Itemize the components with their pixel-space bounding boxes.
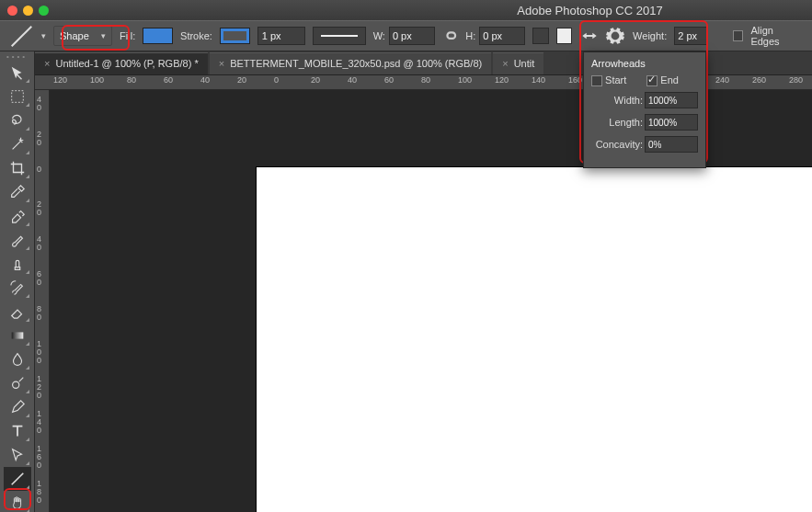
ruler-tick: 20 <box>37 200 41 217</box>
eraser-tool[interactable] <box>4 300 31 324</box>
svg-line-0 <box>12 26 32 46</box>
toolbox: •••• <box>0 51 35 512</box>
close-icon[interactable]: × <box>219 58 224 69</box>
path-align-icon[interactable] <box>556 28 572 44</box>
start-label: Start <box>605 74 626 85</box>
align-edges-label: Align Edges <box>750 25 803 47</box>
ruler-tick: 120 <box>37 375 41 400</box>
ruler-tick: 40 <box>37 235 41 252</box>
end-label: End <box>660 74 679 85</box>
ruler-tick: 100 <box>37 340 41 365</box>
close-icon[interactable]: × <box>44 58 50 69</box>
ruler-tick: 140 <box>532 75 545 85</box>
weight-input[interactable] <box>674 27 707 45</box>
path-select-tool[interactable] <box>4 443 31 467</box>
ruler-tick: 0 <box>37 165 41 174</box>
dodge-tool[interactable] <box>4 371 31 395</box>
svg-line-4 <box>11 473 23 485</box>
ruler-tick: 0 <box>274 75 279 85</box>
zoom-window-icon[interactable] <box>39 6 49 16</box>
healing-tool[interactable] <box>4 204 31 228</box>
crop-tool[interactable] <box>4 156 31 180</box>
ruler-tick: 120 <box>495 75 509 85</box>
svg-point-3 <box>12 381 18 388</box>
blur-tool[interactable] <box>4 347 31 371</box>
pick-tool-mode-dropdown[interactable]: Shape ▾ <box>53 26 112 46</box>
hand-tool[interactable] <box>4 491 31 512</box>
ruler-tick: 100 <box>90 75 104 85</box>
align-edges-checkbox[interactable] <box>733 30 744 41</box>
ruler-tick: 120 <box>53 75 67 85</box>
document-tab[interactable]: × BETTERMENT_MOBILE_320x50.psd @ 100% (R… <box>210 52 491 74</box>
ruler-tick: 60 <box>384 75 394 85</box>
tab-label: Untitled-1 @ 100% (P, RGB/8) * <box>55 58 198 69</box>
width-label: W: <box>373 30 385 41</box>
panel-title: Arrowheads <box>591 58 698 69</box>
ruler-tick: 20 <box>237 75 246 85</box>
document-tab[interactable]: × Untit <box>493 52 543 74</box>
ruler-tick: 100 <box>458 75 472 85</box>
arrow-concavity-input[interactable] <box>645 136 698 153</box>
arrow-width-input[interactable] <box>645 92 698 108</box>
chevron-down-icon[interactable]: ▾ <box>41 31 46 40</box>
ruler-tick: 80 <box>127 75 136 85</box>
height-label: H: <box>465 30 475 41</box>
stroke-width-input[interactable] <box>257 27 305 45</box>
arrow-length-input[interactable] <box>645 114 698 131</box>
ruler-tick: 160 <box>37 445 41 470</box>
ruler-tick: 60 <box>37 270 41 287</box>
magic-wand-tool[interactable] <box>4 132 31 156</box>
move-tool[interactable] <box>4 61 31 85</box>
chevron-down-icon: ▾ <box>101 31 106 40</box>
width-input[interactable] <box>389 27 435 45</box>
tab-label: BETTERMENT_MOBILE_320x50.psd @ 100% (RGB… <box>230 58 482 69</box>
tab-label: Untit <box>514 58 535 69</box>
stamp-tool[interactable] <box>4 252 31 276</box>
end-checkbox[interactable] <box>646 75 658 86</box>
link-icon[interactable] <box>442 28 458 44</box>
ruler-tick: 40 <box>348 75 357 85</box>
eyedropper-tool[interactable] <box>4 180 31 204</box>
ruler-tick: 20 <box>37 131 41 147</box>
ruler-tick: 40 <box>200 75 210 85</box>
arrow-length-label: Length: <box>591 117 643 128</box>
ruler-tick: 60 <box>164 75 173 85</box>
minimize-window-icon[interactable] <box>23 6 33 16</box>
gradient-tool[interactable] <box>4 324 31 347</box>
ruler-tick: 140 <box>37 410 41 435</box>
options-bar: ▾ Shape ▾ Fill: Stroke: W: H: Weight: Al… <box>0 20 812 51</box>
ruler-tick: 180 <box>37 480 41 505</box>
fill-label: Fill: <box>120 30 135 41</box>
arrow-concavity-label: Concavity: <box>591 139 643 150</box>
fill-swatch[interactable] <box>143 28 173 44</box>
stroke-swatch[interactable] <box>220 28 250 44</box>
ruler-tick: 80 <box>37 305 41 322</box>
line-tool[interactable] <box>4 467 31 491</box>
pen-tool[interactable] <box>4 395 31 419</box>
document-canvas[interactable] <box>257 167 812 512</box>
start-checkbox[interactable] <box>591 75 602 86</box>
gear-icon[interactable] <box>605 26 625 46</box>
height-input[interactable] <box>479 27 525 45</box>
mode-label: Shape <box>60 30 89 41</box>
arrow-width-label: Width: <box>591 95 643 106</box>
tool-preset-icon[interactable] <box>9 27 34 45</box>
path-arrange-icon[interactable] <box>579 26 600 46</box>
type-tool[interactable] <box>4 419 31 443</box>
path-ops-icon[interactable] <box>532 28 548 44</box>
document-tab[interactable]: × Untitled-1 @ 100% (P, RGB/8) * <box>35 52 208 74</box>
close-icon[interactable]: × <box>502 58 508 69</box>
vertical-ruler[interactable]: 4020020406080100120140160180 <box>35 90 50 512</box>
marquee-tool[interactable] <box>4 85 31 108</box>
ruler-tick: 40 <box>37 96 41 112</box>
svg-rect-1 <box>11 91 23 103</box>
ruler-tick: 260 <box>752 75 766 85</box>
grip-icon[interactable]: •••• <box>0 51 34 61</box>
stroke-style-dropdown[interactable] <box>313 27 366 45</box>
close-window-icon[interactable] <box>7 6 17 16</box>
ruler-tick: 80 <box>421 75 430 85</box>
brush-tool[interactable] <box>4 228 31 252</box>
lasso-tool[interactable] <box>4 108 31 132</box>
history-brush-tool[interactable] <box>4 276 31 300</box>
weight-label: Weight: <box>633 30 667 41</box>
